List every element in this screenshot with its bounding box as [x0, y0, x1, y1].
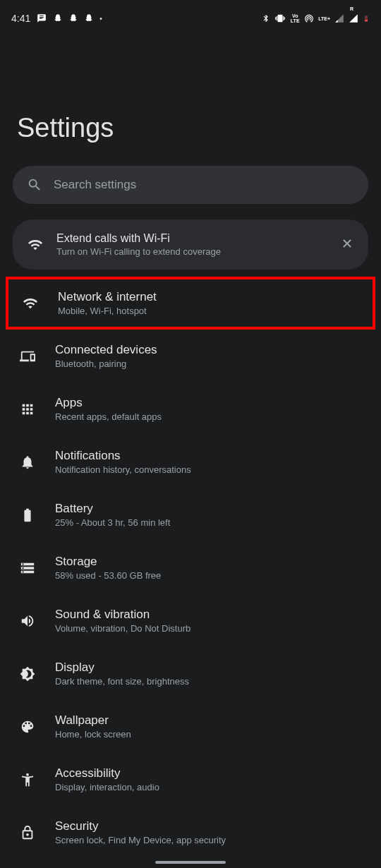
- battery-icon: [18, 507, 37, 523]
- item-subtitle: 58% used - 53.60 GB free: [55, 570, 364, 581]
- bluetooth-icon: [262, 13, 270, 23]
- volte-icon: Vo LTE: [290, 13, 300, 23]
- settings-item-battery[interactable]: Battery 25% - About 3 hr, 56 min left: [0, 488, 381, 541]
- item-title: Apps: [55, 396, 364, 410]
- status-right: Vo LTE LTE+ R: [262, 13, 370, 24]
- lte-indicator: LTE+: [318, 16, 330, 21]
- item-subtitle: Dark theme, font size, brightness: [55, 676, 364, 687]
- item-title: Network & internet: [58, 290, 361, 304]
- settings-item-notifications[interactable]: Notifications Notification history, conv…: [0, 435, 381, 488]
- settings-list: Network & internet Mobile, Wi-Fi, hotspo…: [0, 277, 381, 859]
- snapchat-icon-2: [68, 13, 78, 24]
- settings-item-network[interactable]: Network & internet Mobile, Wi-Fi, hotspo…: [6, 277, 375, 330]
- search-icon: [27, 177, 42, 193]
- snapchat-icon-1: [53, 13, 63, 24]
- item-title: Sound & vibration: [55, 608, 364, 622]
- item-subtitle: Screen lock, Find My Device, app securit…: [55, 835, 364, 845]
- signal-icon-1: [334, 13, 344, 23]
- settings-item-display[interactable]: Display Dark theme, font size, brightnes…: [0, 647, 381, 700]
- page-title: Settings: [0, 28, 381, 166]
- more-notifications-dot: •: [99, 15, 102, 23]
- snapchat-icon-3: [84, 13, 94, 24]
- item-title: Security: [55, 819, 364, 833]
- item-subtitle: Recent apps, default apps: [55, 411, 364, 422]
- roaming-label: R: [349, 13, 358, 23]
- status-time: 4:41: [11, 13, 30, 24]
- item-subtitle: Volume, vibration, Do Not Disturb: [55, 623, 364, 634]
- item-subtitle: Bluetooth, pairing: [55, 358, 364, 369]
- message-icon: [36, 13, 47, 23]
- vibrate-icon: [274, 13, 286, 23]
- suggestion-subtitle: Turn on Wi-Fi calling to extend coverage: [56, 246, 327, 257]
- item-title: Display: [55, 661, 364, 675]
- item-title: Battery: [55, 502, 364, 516]
- search-placeholder: Search settings: [54, 178, 136, 192]
- suggestion-card[interactable]: Extend calls with Wi-Fi Turn on Wi-Fi ca…: [13, 219, 368, 270]
- status-left: 4:41 •: [11, 13, 102, 24]
- item-subtitle: 25% - About 3 hr, 56 min left: [55, 517, 364, 528]
- apps-icon: [18, 402, 37, 417]
- item-title: Accessibility: [55, 766, 364, 780]
- brightness-icon: [18, 666, 37, 682]
- battery-icon: [363, 13, 370, 24]
- item-title: Notifications: [55, 449, 364, 463]
- item-subtitle: Home, lock screen: [55, 729, 364, 740]
- wifi-icon: [27, 237, 44, 253]
- hotspot-icon: [304, 13, 314, 23]
- volume-icon: [18, 613, 37, 629]
- settings-item-connected-devices[interactable]: Connected devices Bluetooth, pairing: [0, 330, 381, 382]
- home-indicator[interactable]: [155, 861, 226, 864]
- status-bar: 4:41 • Vo LTE LTE+ R: [0, 0, 381, 28]
- accessibility-icon: [18, 772, 37, 788]
- devices-icon: [18, 349, 37, 364]
- item-title: Wallpaper: [55, 713, 364, 728]
- settings-item-apps[interactable]: Apps Recent apps, default apps: [0, 382, 381, 435]
- bell-icon: [18, 454, 37, 470]
- palette-icon: [18, 719, 37, 735]
- settings-item-wallpaper[interactable]: Wallpaper Home, lock screen: [0, 700, 381, 753]
- settings-item-accessibility[interactable]: Accessibility Display, interaction, audi…: [0, 753, 381, 806]
- settings-item-storage[interactable]: Storage 58% used - 53.60 GB free: [0, 541, 381, 594]
- item-subtitle: Notification history, conversations: [55, 464, 364, 475]
- item-subtitle: Display, interaction, audio: [55, 782, 364, 792]
- item-title: Connected devices: [55, 343, 364, 357]
- close-button[interactable]: [340, 236, 354, 253]
- item-title: Storage: [55, 555, 364, 569]
- suggestion-title: Extend calls with Wi-Fi: [56, 232, 327, 245]
- search-input[interactable]: Search settings: [13, 166, 368, 204]
- settings-item-sound[interactable]: Sound & vibration Volume, vibration, Do …: [0, 594, 381, 647]
- lock-icon: [18, 825, 37, 840]
- wifi-icon: [21, 296, 40, 311]
- item-subtitle: Mobile, Wi-Fi, hotspot: [58, 306, 361, 316]
- storage-icon: [18, 560, 37, 576]
- settings-item-security[interactable]: Security Screen lock, Find My Device, ap…: [0, 806, 381, 859]
